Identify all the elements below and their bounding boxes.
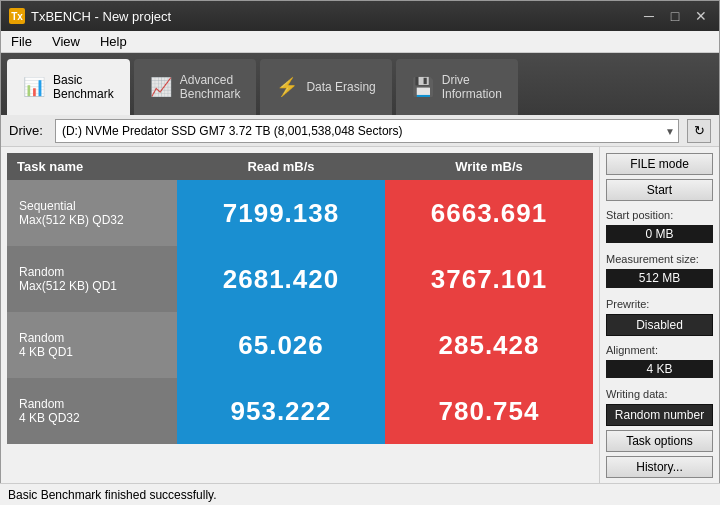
col-header-write: Write mB/s [385, 153, 593, 180]
tab-advanced-benchmark[interactable]: 📈 AdvancedBenchmark [134, 59, 257, 115]
data-erasing-icon: ⚡ [276, 76, 298, 98]
task-cell: Random4 KB QD32 [7, 378, 177, 444]
tabbar: 📊 BasicBenchmark 📈 AdvancedBenchmark ⚡ D… [1, 53, 719, 115]
measurement-size-value: 512 MB [606, 269, 713, 287]
titlebar-title: TxBENCH - New project [31, 9, 639, 24]
task-options-button[interactable]: Task options [606, 430, 713, 452]
menu-view[interactable]: View [42, 32, 90, 51]
menubar: File View Help [1, 31, 719, 53]
read-value: 65.026 [177, 312, 385, 378]
file-mode-button[interactable]: FILE mode [606, 153, 713, 175]
right-panel: FILE mode Start Start position: 0 MB Mea… [599, 147, 719, 484]
advanced-benchmark-icon: 📈 [150, 76, 172, 98]
drive-label: Drive: [9, 123, 43, 138]
refresh-icon: ↻ [694, 123, 705, 138]
main-content: Task name Read mB/s Write mB/s Sequentia… [1, 147, 719, 484]
col-header-read: Read mB/s [177, 153, 385, 180]
alignment-value: 4 KB [606, 360, 713, 378]
writing-data-label: Writing data: [606, 388, 713, 400]
close-button[interactable]: ✕ [691, 6, 711, 26]
measurement-size-label: Measurement size: [606, 253, 713, 265]
task-cell: Random4 KB QD1 [7, 312, 177, 378]
tab-basic-benchmark-label: BasicBenchmark [53, 73, 114, 102]
status-message: Basic Benchmark finished successfully. [8, 488, 217, 502]
start-position-value: 0 MB [606, 225, 713, 243]
read-value: 2681.420 [177, 246, 385, 312]
table-row: Random4 KB QD32953.222780.754 [7, 378, 593, 444]
statusbar: Basic Benchmark finished successfully. [0, 483, 720, 505]
tab-drive-information[interactable]: 💾 DriveInformation [396, 59, 518, 115]
start-position-label: Start position: [606, 209, 713, 221]
tab-drive-information-label: DriveInformation [442, 73, 502, 102]
prewrite-label: Prewrite: [606, 298, 713, 310]
write-value: 780.754 [385, 378, 593, 444]
table-row: Random4 KB QD165.026285.428 [7, 312, 593, 378]
drive-refresh-button[interactable]: ↻ [687, 119, 711, 143]
alignment-label: Alignment: [606, 344, 713, 356]
table-row: SequentialMax(512 KB) QD327199.1386663.6… [7, 180, 593, 246]
results-table: Task name Read mB/s Write mB/s Sequentia… [7, 153, 593, 444]
start-button[interactable]: Start [606, 179, 713, 201]
col-header-task: Task name [7, 153, 177, 180]
titlebar: Tx TxBENCH - New project ─ □ ✕ [1, 1, 719, 31]
menu-file[interactable]: File [1, 32, 42, 51]
write-value: 285.428 [385, 312, 593, 378]
drive-select-wrapper: (D:) NVMe Predator SSD GM7 3.72 TB (8,00… [55, 119, 679, 143]
titlebar-controls: ─ □ ✕ [639, 6, 711, 26]
writing-data-button[interactable]: Random number [606, 404, 713, 426]
write-value: 6663.691 [385, 180, 593, 246]
tab-data-erasing[interactable]: ⚡ Data Erasing [260, 59, 391, 115]
menu-help[interactable]: Help [90, 32, 137, 51]
tab-basic-benchmark[interactable]: 📊 BasicBenchmark [7, 59, 130, 115]
app-icon: Tx [9, 8, 25, 24]
history-button[interactable]: History... [606, 456, 713, 478]
drive-row: Drive: (D:) NVMe Predator SSD GM7 3.72 T… [1, 115, 719, 147]
drive-information-icon: 💾 [412, 76, 434, 98]
maximize-button[interactable]: □ [665, 6, 685, 26]
minimize-button[interactable]: ─ [639, 6, 659, 26]
tab-advanced-benchmark-label: AdvancedBenchmark [180, 73, 241, 102]
read-value: 953.222 [177, 378, 385, 444]
task-cell: RandomMax(512 KB) QD1 [7, 246, 177, 312]
results-area: Task name Read mB/s Write mB/s Sequentia… [1, 147, 599, 484]
basic-benchmark-icon: 📊 [23, 76, 45, 98]
write-value: 3767.101 [385, 246, 593, 312]
table-row: RandomMax(512 KB) QD12681.4203767.101 [7, 246, 593, 312]
tab-data-erasing-label: Data Erasing [306, 80, 375, 94]
drive-select[interactable]: (D:) NVMe Predator SSD GM7 3.72 TB (8,00… [55, 119, 679, 143]
task-cell: SequentialMax(512 KB) QD32 [7, 180, 177, 246]
prewrite-button[interactable]: Disabled [606, 314, 713, 336]
read-value: 7199.138 [177, 180, 385, 246]
